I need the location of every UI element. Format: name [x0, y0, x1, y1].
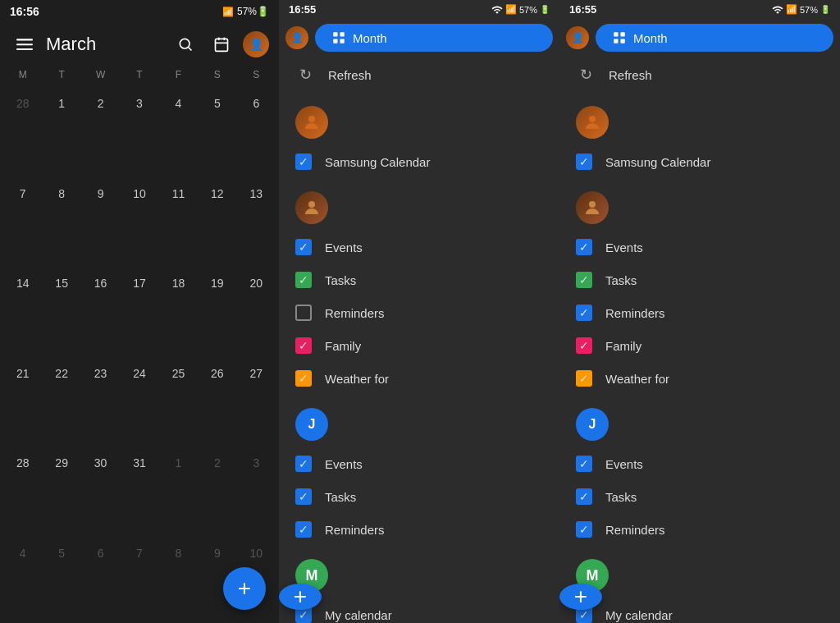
calendar-day[interactable]: 5 — [58, 534, 65, 573]
calendar-day[interactable]: 3 — [253, 443, 259, 483]
calendar-day[interactable]: 19 — [211, 263, 224, 303]
add-fab-menu1[interactable]: + — [279, 584, 322, 610]
calendar-day[interactable]: 4 — [20, 534, 26, 573]
cal-day-wrapper: 3 — [120, 84, 158, 123]
calendar-day[interactable]: 8 — [58, 174, 65, 213]
m-mycal-item-1a[interactable]: ✓ My calendar — [279, 598, 559, 623]
calendar-day[interactable]: 23 — [94, 354, 107, 393]
tasks-item-1[interactable]: ✓ Tasks — [279, 263, 559, 296]
calendar-day[interactable]: 27 — [249, 354, 262, 393]
calendar-view-icon[interactable] — [207, 30, 236, 59]
calendar-day[interactable]: 26 — [211, 354, 224, 393]
calendar-day[interactable]: 8 — [176, 534, 182, 573]
j-events-checkbox-1[interactable]: ✓ — [295, 456, 312, 472]
calendar-day[interactable]: 1 — [58, 84, 65, 123]
add-fab-menu2[interactable]: + — [559, 584, 602, 610]
user-J-2[interactable]: J — [576, 408, 609, 441]
calendar-day[interactable]: 6 — [253, 84, 259, 123]
j-reminders-item-2[interactable]: ✓ Reminders — [559, 513, 840, 546]
events-checkbox-1[interactable]: ✓ — [295, 239, 312, 255]
m-mycal-item-2a[interactable]: ✓ My calendar — [559, 598, 840, 623]
user-photo-2-2[interactable] — [576, 191, 609, 224]
calendar-day[interactable]: 24 — [133, 354, 146, 393]
j-reminders-checkbox-2[interactable]: ✓ — [576, 521, 592, 538]
samsung-calendar-item-1[interactable]: ✓ Samsung Calendar — [279, 145, 559, 178]
calendar-day[interactable]: 25 — [172, 354, 185, 393]
calendar-day[interactable]: 5 — [214, 84, 221, 123]
samsung-calendar-checkbox-2[interactable]: ✓ — [576, 153, 592, 170]
menu-avatar-1[interactable]: 👤 — [285, 26, 308, 49]
calendar-day[interactable]: 22 — [55, 354, 68, 393]
reminders-item-2[interactable]: ✓ Reminders — [559, 296, 840, 329]
menu-avatar-2[interactable]: 👤 — [566, 26, 589, 49]
calendar-day[interactable]: 11 — [172, 174, 185, 213]
user-photo-2[interactable] — [295, 191, 328, 224]
j-events-item-2[interactable]: ✓ Events — [559, 447, 840, 480]
j-events-checkbox-2[interactable]: ✓ — [576, 456, 592, 472]
j-reminders-checkbox-1[interactable]: ✓ — [295, 521, 312, 538]
calendar-day[interactable]: 13 — [249, 174, 262, 213]
month-view-button-2[interactable]: Month — [596, 24, 833, 52]
j-tasks-item-1[interactable]: ✓ Tasks — [279, 480, 559, 513]
calendar-day[interactable]: 28 — [16, 443, 30, 483]
family-item-1[interactable]: ✓ Family — [279, 329, 559, 362]
calendar-day[interactable]: 9 — [98, 174, 104, 213]
avatar-left[interactable]: 👤 — [243, 31, 269, 57]
calendar-day[interactable]: 16 — [94, 263, 107, 303]
search-icon[interactable] — [171, 30, 200, 59]
tasks-item-2[interactable]: ✓ Tasks — [559, 263, 840, 296]
tasks-checkbox-1[interactable]: ✓ — [295, 272, 312, 288]
refresh-item-2[interactable]: ↻ Refresh — [559, 57, 840, 93]
calendar-day[interactable]: 18 — [172, 263, 185, 303]
j-tasks-checkbox-1[interactable]: ✓ — [295, 488, 312, 505]
calendar-day[interactable]: 4 — [176, 84, 182, 123]
family-checkbox-2[interactable]: ✓ — [576, 337, 592, 354]
j-tasks-checkbox-2[interactable]: ✓ — [576, 488, 592, 505]
calendar-day[interactable]: 21 — [16, 354, 30, 393]
calendar-day[interactable]: 29 — [55, 443, 68, 483]
user-photo-2-1[interactable] — [576, 106, 609, 139]
calendar-day[interactable]: 1 — [176, 443, 182, 483]
calendar-day[interactable]: 7 — [136, 534, 143, 573]
samsung-calendar-checkbox-1[interactable]: ✓ — [295, 153, 312, 170]
month-view-button-1[interactable]: Month — [315, 24, 553, 52]
weather-item-1[interactable]: ✓ Weather for — [279, 362, 559, 395]
calendar-day[interactable]: 7 — [20, 174, 26, 213]
user-J-1[interactable]: J — [295, 408, 328, 441]
menu-icon[interactable] — [10, 30, 39, 59]
family-checkbox-1[interactable]: ✓ — [295, 337, 312, 354]
j-reminders-item-1[interactable]: ✓ Reminders — [279, 513, 559, 546]
calendar-day[interactable]: 3 — [136, 84, 143, 123]
weather-checkbox-2[interactable]: ✓ — [576, 370, 592, 387]
calendar-day[interactable]: 20 — [249, 263, 262, 303]
calendar-day[interactable]: 15 — [55, 263, 68, 303]
calendar-day[interactable]: 10 — [249, 534, 262, 573]
weather-item-2[interactable]: ✓ Weather for — [559, 362, 840, 395]
weather-checkbox-1[interactable]: ✓ — [295, 370, 312, 387]
reminders-checkbox-1[interactable] — [295, 305, 312, 321]
add-event-fab[interactable]: + — [223, 567, 266, 610]
calendar-day[interactable]: 14 — [16, 263, 30, 303]
calendar-day[interactable]: 2 — [98, 84, 104, 123]
events-checkbox-2[interactable]: ✓ — [576, 239, 592, 255]
calendar-day[interactable]: 17 — [133, 263, 146, 303]
reminders-item-1[interactable]: Reminders — [279, 296, 559, 329]
j-events-item-1[interactable]: ✓ Events — [279, 447, 559, 480]
calendar-day[interactable]: 30 — [94, 443, 107, 483]
tasks-checkbox-2[interactable]: ✓ — [576, 272, 592, 288]
samsung-calendar-item-2[interactable]: ✓ Samsung Calendar — [559, 145, 840, 178]
calendar-day[interactable]: 12 — [211, 174, 224, 213]
calendar-day[interactable]: 10 — [133, 174, 146, 213]
user-photo-1[interactable] — [295, 106, 328, 139]
j-tasks-item-2[interactable]: ✓ Tasks — [559, 480, 840, 513]
events-item-2[interactable]: ✓ Events — [559, 231, 840, 263]
calendar-day[interactable]: 2 — [214, 443, 221, 483]
reminders-checkbox-2[interactable]: ✓ — [576, 305, 592, 321]
calendar-day[interactable]: 9 — [214, 534, 221, 573]
refresh-item-1[interactable]: ↻ Refresh — [279, 57, 559, 93]
calendar-day[interactable]: 31 — [133, 443, 146, 483]
calendar-day[interactable]: 6 — [98, 534, 104, 573]
family-item-2[interactable]: ✓ Family — [559, 329, 840, 362]
events-item-1[interactable]: ✓ Events — [279, 231, 559, 263]
calendar-day[interactable]: 28 — [16, 84, 30, 123]
